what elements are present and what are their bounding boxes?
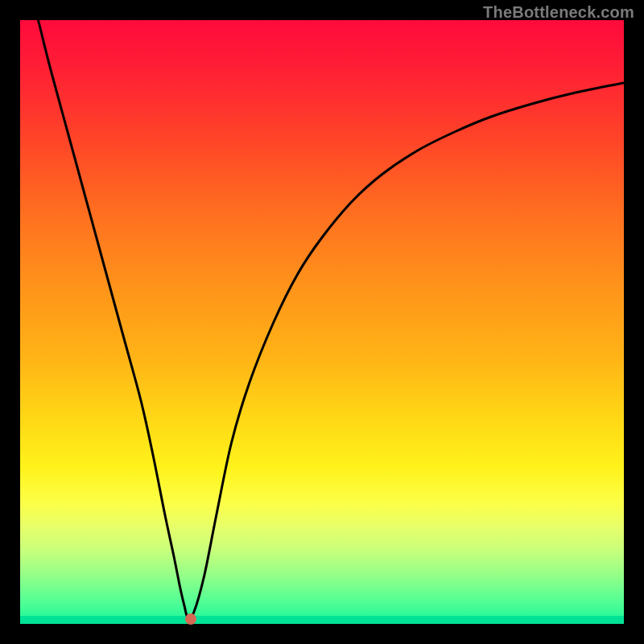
curve-layer [20, 20, 624, 624]
watermark-text: TheBottleneck.com [483, 3, 634, 22]
bottleneck-curve [39, 20, 625, 618]
min-marker-icon [185, 613, 196, 625]
chart-frame: TheBottleneck.com [0, 0, 644, 644]
